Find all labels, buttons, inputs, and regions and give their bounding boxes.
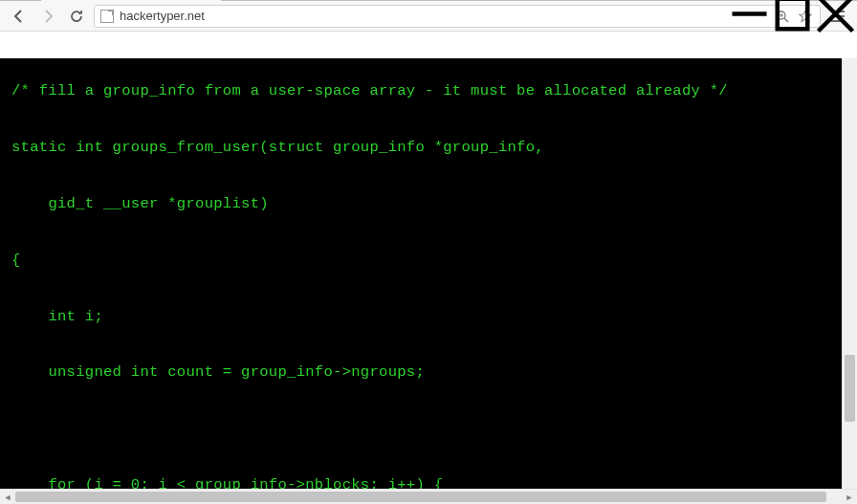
minimize-button[interactable]: [728, 0, 771, 27]
reload-button[interactable]: [65, 5, 88, 28]
window-controls: [728, 0, 857, 27]
browser-tab[interactable]: Hacker Typer ×: [40, 0, 222, 1]
page-viewport[interactable]: /* fill a group_info from a user-space a…: [0, 58, 842, 489]
vertical-scrollbar[interactable]: [842, 58, 857, 489]
hacker-code-output: /* fill a group_info from a user-space a…: [0, 58, 842, 489]
maximize-button[interactable]: [771, 0, 814, 27]
back-button[interactable]: [8, 5, 31, 28]
horizontal-scrollbar[interactable]: ◄ ►: [0, 489, 857, 504]
address-bar[interactable]: hackertyper.net: [94, 5, 821, 28]
svg-rect-1: [778, 0, 808, 29]
forward-button[interactable]: [36, 5, 59, 28]
page-icon: [100, 10, 114, 23]
close-window-button[interactable]: [814, 0, 857, 27]
hscroll-left-arrow[interactable]: ◄: [0, 490, 15, 505]
hscroll-track[interactable]: [15, 490, 842, 504]
vertical-scrollbar-thumb[interactable]: [845, 355, 855, 422]
url-text: hackertyper.net: [120, 9, 768, 23]
hscroll-right-arrow[interactable]: ►: [842, 490, 857, 505]
hscroll-thumb[interactable]: [15, 492, 826, 502]
